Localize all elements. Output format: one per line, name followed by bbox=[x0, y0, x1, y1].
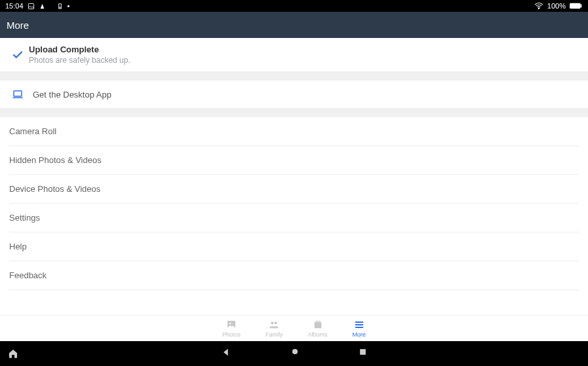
battery-icon bbox=[570, 3, 583, 9]
menu-item-label: Device Photos & Videos bbox=[9, 184, 100, 194]
menu-camera-roll[interactable]: Camera Roll bbox=[9, 117, 579, 146]
bottom-nav: Photos Family Albums More bbox=[0, 315, 588, 341]
tab-family[interactable]: Family bbox=[265, 320, 283, 338]
menu-feedback[interactable]: Feedback bbox=[9, 261, 579, 290]
tab-label: More bbox=[353, 331, 366, 338]
laptop-icon bbox=[9, 88, 26, 100]
divider bbox=[0, 71, 588, 81]
svg-rect-4 bbox=[570, 3, 581, 9]
svg-point-3 bbox=[538, 8, 539, 9]
menu-settings[interactable]: Settings bbox=[9, 204, 579, 232]
menu-hidden-photos[interactable]: Hidden Photos & Videos bbox=[9, 146, 579, 175]
svg-rect-18 bbox=[360, 349, 366, 355]
running-app-icon bbox=[39, 3, 46, 10]
battery-percent: 100% bbox=[547, 2, 566, 10]
menu-item-label: Hidden Photos & Videos bbox=[9, 155, 102, 165]
menu-item-label: Camera Roll bbox=[9, 126, 56, 136]
tab-label: Photos bbox=[222, 331, 241, 338]
image-icon bbox=[28, 3, 35, 10]
system-nav-bar bbox=[0, 341, 588, 366]
home-indicator-icon bbox=[0, 348, 26, 359]
svg-rect-13 bbox=[315, 321, 321, 321]
svg-point-9 bbox=[229, 322, 231, 324]
tab-label: Family bbox=[265, 331, 283, 338]
upload-title: Upload Complete bbox=[29, 45, 130, 54]
svg-rect-6 bbox=[14, 91, 22, 96]
battery-saver-icon bbox=[56, 3, 64, 10]
status-time: 15:04 bbox=[5, 2, 24, 10]
svg-rect-12 bbox=[314, 322, 321, 328]
check-icon bbox=[9, 49, 26, 61]
get-desktop-app[interactable]: Get the Desktop App bbox=[0, 81, 588, 108]
divider bbox=[0, 108, 588, 117]
menu-item-label: Settings bbox=[9, 213, 40, 223]
app-bar: More bbox=[0, 12, 588, 38]
svg-rect-2 bbox=[59, 7, 60, 8]
wifi-icon bbox=[534, 1, 543, 10]
menu-device-photos[interactable]: Device Photos & Videos bbox=[9, 175, 579, 204]
upload-subtitle: Photos are safely backed up. bbox=[29, 56, 130, 65]
svg-rect-0 bbox=[28, 3, 33, 9]
dot-icon: • bbox=[68, 2, 70, 10]
recents-button[interactable] bbox=[359, 347, 367, 360]
menu-list: Camera Roll Hidden Photos & Videos Devic… bbox=[0, 117, 588, 290]
tab-label: Albums bbox=[308, 331, 328, 338]
menu-help[interactable]: Help bbox=[9, 232, 579, 261]
desktop-app-label: Get the Desktop App bbox=[33, 90, 111, 100]
home-button[interactable] bbox=[290, 347, 300, 360]
svg-point-11 bbox=[275, 321, 277, 324]
tab-albums[interactable]: Albums bbox=[308, 320, 328, 338]
svg-rect-5 bbox=[581, 5, 582, 8]
menu-item-label: Help bbox=[9, 242, 27, 251]
svg-point-10 bbox=[271, 321, 274, 324]
upload-status-row: Upload Complete Photos are safely backed… bbox=[0, 38, 588, 71]
menu-item-label: Feedback bbox=[9, 270, 47, 280]
back-button[interactable] bbox=[221, 347, 231, 360]
tab-photos[interactable]: Photos bbox=[222, 320, 241, 338]
svg-point-17 bbox=[292, 349, 298, 354]
tab-more[interactable]: More bbox=[353, 320, 366, 338]
status-bar: 15:04 • 100% bbox=[0, 0, 588, 12]
page-title: More bbox=[7, 20, 29, 31]
